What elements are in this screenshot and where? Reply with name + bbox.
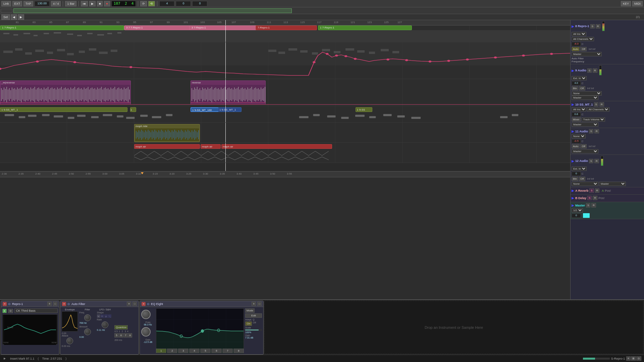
eq8-mode-stereo[interactable]: Mode: [245, 308, 255, 313]
track-master-s[interactable]: S: [586, 203, 590, 207]
plugin-repro1-resize[interactable]: □: [53, 302, 57, 306]
play-button[interactable]: ▶: [89, 1, 96, 6]
stop-button[interactable]: ■: [97, 1, 103, 6]
track-12-s[interactable]: S: [589, 159, 593, 163]
record-button[interactable]: ●: [104, 1, 110, 6]
clip-reverse-right[interactable]: reverse: [191, 80, 266, 105]
track-12-off[interactable]: Off: [579, 177, 585, 181]
set-button[interactable]: Set: [1, 14, 10, 20]
track-12-btn[interactable]: Btn: [572, 177, 578, 181]
filter-amount-knob[interactable]: [84, 328, 91, 335]
filter-num-7[interactable]: 7: [123, 333, 127, 338]
lfo-shape-3[interactable]: ⊿: [104, 314, 108, 318]
track-11-input-select[interactable]: None: [572, 134, 586, 138]
clip-ssmt-right[interactable]: 1 9-SS: [356, 107, 372, 112]
track-12-r[interactable]: R: [594, 159, 599, 163]
loop-mode-button[interactable]: 1 Bar: [65, 1, 76, 6]
plugin-repro1-on[interactable]: ●: [2, 309, 7, 313]
plugin-repro1-close[interactable]: ×: [3, 302, 7, 306]
clip-7repro-1-green2[interactable]: 1 7-Repro-1: [318, 25, 412, 30]
eq8-band-2[interactable]: 2: [167, 349, 177, 353]
track-8-channel-select[interactable]: All Channels: [572, 37, 594, 41]
track-9-routing-select[interactable]: Master: [572, 96, 598, 100]
track-row-12audio[interactable]: moph air moph air moph air: [0, 143, 570, 163]
track-row-1[interactable]: 1 7-Repro-1 3 7 7-Repro-1 3 7-Repro-1 7-…: [0, 25, 570, 42]
track-10-mixer[interactable]: Mixer: [572, 117, 581, 122]
track-12-routing-select[interactable]: Master: [599, 182, 626, 186]
track-9-auto[interactable]: Btn: [572, 86, 578, 90]
status-mix-btn[interactable]: ⊞: [631, 356, 636, 361]
clip-7repro-1-pink2[interactable]: 3 7-Repro-1: [190, 25, 257, 30]
status-arr-btn[interactable]: ≡: [626, 356, 631, 361]
track-11-r[interactable]: R: [594, 129, 599, 133]
track-11-dest-select[interactable]: Master: [572, 149, 598, 154]
clip-moph-air-2[interactable]: moph air: [201, 144, 221, 149]
eq8-edit-btn[interactable]: Edit: [245, 313, 262, 318]
filter-attack-knob[interactable]: [66, 338, 73, 344]
eq8-band-3[interactable]: 3: [178, 349, 189, 353]
track-10-channel-select[interactable]: All Channels: [587, 107, 609, 112]
lfo-shape-2[interactable]: ⊓: [101, 314, 104, 318]
track-row-audio9[interactable]: _re|reverse: [0, 79, 570, 106]
track-11-auto[interactable]: Auto: [572, 144, 580, 148]
key-button[interactable]: KEY: [621, 1, 631, 6]
filter-num-6[interactable]: 6: [119, 333, 123, 338]
track-row-automation[interactable]: [0, 42, 570, 79]
clip-moph-air-3[interactable]: moph air: [221, 144, 332, 149]
clip-ssmt-left[interactable]: 1 9-SS_MT_1: [0, 107, 127, 112]
empty-instrument-slot[interactable]: Drop an Instrument or Sample Here: [264, 301, 643, 354]
prev-marker[interactable]: ◀: [11, 14, 17, 20]
plugin-repro1-preset-btn[interactable]: ⊙: [8, 309, 13, 313]
track-b-r[interactable]: R: [593, 196, 597, 200]
filter-num-5[interactable]: 5: [114, 333, 118, 338]
track-9-input-select[interactable]: Ext. In: [572, 76, 587, 80]
track-10-routing-select[interactable]: Track Volume: [582, 117, 605, 122]
clip-ssmt-blue2[interactable]: 1 9-SS_MT_1: [218, 107, 241, 112]
track-11-off[interactable]: Off: [580, 144, 587, 148]
clip-7repro-1-green[interactable]: 1 7-Repro-1: [0, 25, 124, 30]
track-8-r[interactable]: R: [596, 24, 600, 28]
clip-ssmt-blue[interactable]: 1 9-SS_MT_130: [191, 107, 221, 112]
track-area[interactable]: 81 83 85 87 89 91 93 95 97 99 101 103 10…: [0, 20, 570, 299]
plugin-autofilter-resize[interactable]: □: [132, 302, 137, 306]
eq8-band-6[interactable]: 6: [211, 349, 222, 353]
tap-button[interactable]: TAP: [23, 1, 33, 6]
link-button[interactable]: Link: [1, 1, 11, 6]
track-10-r[interactable]: R: [599, 102, 604, 107]
clip-ssmt-small[interactable]: 1: [130, 107, 136, 112]
track-row-11audio[interactable]: moph ride: [0, 123, 570, 143]
filter-freq-knob[interactable]: [84, 314, 91, 321]
track-b-s[interactable]: S: [587, 196, 592, 200]
mini-timeline-viewport[interactable]: [13, 8, 292, 13]
status-play-btn[interactable]: ▶: [3, 356, 7, 361]
mini-timeline[interactable]: [0, 7, 644, 14]
track-9-r[interactable]: R: [593, 68, 597, 73]
clip-moph-air-1[interactable]: moph air: [134, 144, 200, 149]
lfo-rate-knob[interactable]: [102, 321, 108, 328]
track-12-input-select[interactable]: Ext. In: [572, 167, 587, 171]
loop-active[interactable]: ⟲: [148, 1, 155, 6]
plugin-eq8-close[interactable]: ×: [142, 302, 146, 306]
ext-button[interactable]: EXT: [12, 1, 22, 6]
track-a-s[interactable]: S: [589, 188, 594, 193]
eq8-band-8[interactable]: 8: [233, 349, 244, 353]
plugin-repro1-settings[interactable]: ≡: [47, 302, 52, 306]
rewind-button[interactable]: ⏮: [81, 1, 88, 6]
track-9-off[interactable]: Off: [579, 86, 585, 90]
midi-button[interactable]: MIDI: [632, 1, 643, 6]
eq8-on-btn[interactable]: On: [245, 321, 252, 326]
plugin-autofilter-settings[interactable]: ≡: [127, 302, 131, 306]
clip-moph-ride[interactable]: moph ride: [134, 124, 200, 142]
filter-num-8[interactable]: 8: [128, 333, 132, 338]
track-12-dest-select[interactable]: None: [572, 182, 598, 186]
plugin-eq8-settings[interactable]: ≡: [252, 302, 256, 306]
track-8-dest-select[interactable]: Master: [572, 52, 602, 56]
track-9-dest-select[interactable]: None: [572, 91, 602, 96]
time-sig-button[interactable]: 4 / 4: [51, 1, 61, 6]
track-8-s[interactable]: S: [590, 24, 595, 28]
track-11-s[interactable]: S: [589, 129, 593, 133]
plugin-eq8-resize[interactable]: □: [257, 302, 262, 306]
eq8-band-5[interactable]: 5: [200, 349, 211, 353]
clip-7repro-1-red[interactable]: 7-Repro-1: [256, 25, 317, 30]
next-marker[interactable]: ▶: [18, 14, 24, 20]
